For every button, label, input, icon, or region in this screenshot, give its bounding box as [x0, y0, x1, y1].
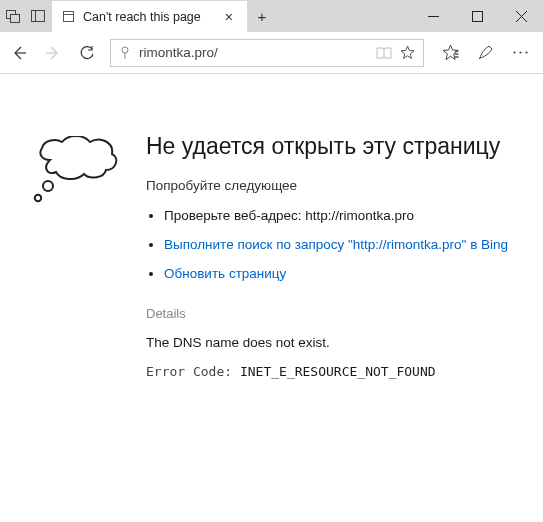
hub-favorites-icon[interactable] — [442, 44, 459, 61]
tab-title: Can't reach this page — [83, 10, 213, 24]
tab-preview-icon[interactable] — [6, 10, 21, 23]
svg-point-20 — [525, 51, 527, 53]
thought-cloud-icon — [30, 136, 122, 206]
new-tab-button[interactable]: + — [247, 0, 277, 32]
suggestion-check-address: Проверьте веб-адрес: http://rimontka.pro — [164, 207, 523, 226]
url-text: rimontka.pro/ — [139, 45, 368, 60]
window-minimize-button[interactable] — [411, 0, 455, 32]
reading-view-icon[interactable] — [376, 47, 392, 59]
refresh-page-link[interactable]: Обновить страницу — [164, 266, 286, 281]
titlebar: Can't reach this page × + — [0, 0, 543, 32]
back-button[interactable] — [8, 44, 30, 62]
forward-button[interactable] — [42, 44, 64, 62]
navbar: rimontka.pro/ — [0, 32, 543, 74]
tab-page-icon — [62, 10, 75, 23]
suggestion-refresh: Обновить страницу — [164, 265, 523, 284]
window-maximize-button[interactable] — [455, 0, 499, 32]
svg-point-22 — [35, 195, 41, 201]
svg-rect-1 — [11, 14, 20, 22]
address-bar[interactable]: rimontka.pro/ — [110, 39, 424, 67]
svg-point-18 — [513, 51, 515, 53]
svg-point-12 — [122, 47, 128, 53]
svg-rect-7 — [472, 11, 482, 21]
svg-rect-3 — [36, 10, 45, 21]
svg-point-21 — [43, 181, 53, 191]
svg-point-19 — [519, 51, 521, 53]
favorite-icon[interactable] — [400, 45, 415, 60]
error-heading: Не удается открыть эту страницу — [146, 132, 523, 162]
svg-rect-4 — [64, 12, 74, 22]
suggestion-search-bing: Выполните поиск по запросу "http://rimon… — [164, 236, 523, 255]
refresh-button[interactable] — [76, 44, 98, 62]
window-close-button[interactable] — [499, 0, 543, 32]
tab-close-button[interactable]: × — [221, 9, 237, 25]
site-info-icon[interactable] — [119, 46, 131, 60]
browser-tab[interactable]: Can't reach this page × — [52, 0, 247, 32]
notes-icon[interactable] — [477, 44, 494, 61]
set-aside-icon[interactable] — [31, 10, 46, 23]
suggestion-list: Проверьте веб-адрес: http://rimontka.pro… — [146, 207, 523, 284]
search-bing-link[interactable]: Выполните поиск по запросу "http://rimon… — [164, 237, 508, 252]
error-code-line: Error Code: INET_E_RESOURCE_NOT_FOUND — [146, 364, 523, 379]
try-following-text: Попробуйте следующее — [146, 178, 523, 193]
dns-error-msg: The DNS name does not exist. — [146, 335, 523, 350]
more-icon[interactable] — [512, 50, 529, 55]
details-heading: Details — [146, 306, 523, 321]
error-page-content: Не удается открыть эту страницу Попробуй… — [0, 74, 543, 399]
